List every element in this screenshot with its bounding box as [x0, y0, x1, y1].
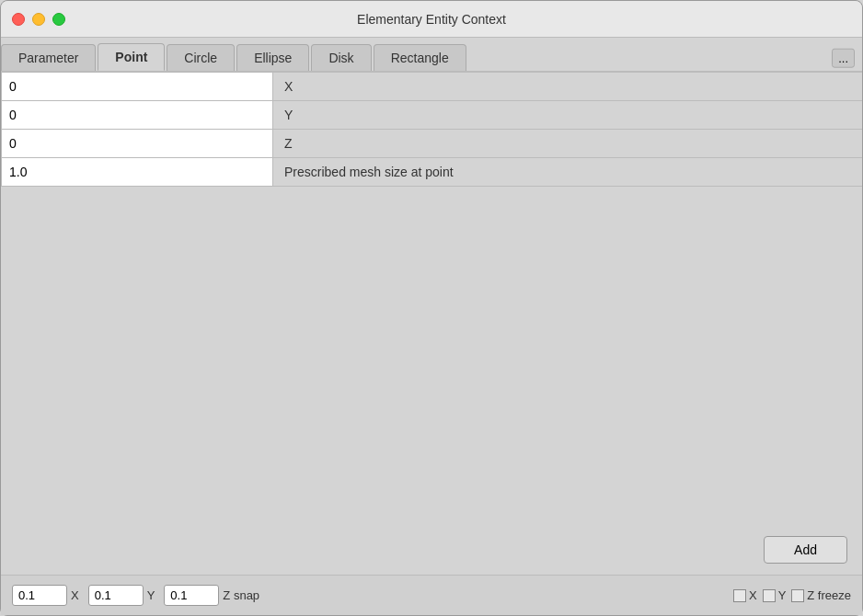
z-freeze-checkbox[interactable] — [791, 589, 804, 602]
main-content: X Y Z — [1, 72, 862, 575]
x-snap-label: X — [71, 588, 79, 602]
add-button[interactable]: Add — [764, 536, 847, 564]
y-freeze-label: Y — [778, 588, 787, 602]
z-snap-group: Z snap — [164, 585, 263, 606]
form-area: X Y Z — [1, 72, 862, 575]
add-button-row: Add — [1, 525, 862, 575]
minimize-button[interactable] — [32, 13, 45, 26]
x-label: X — [273, 73, 863, 101]
tab-disk[interactable]: Disk — [311, 44, 371, 71]
tabs-bar: Parameter Point Circle Ellipse Disk Rect… — [1, 38, 862, 72]
x-input[interactable] — [2, 73, 272, 100]
z-snap-label: Z snap — [223, 588, 259, 602]
z-input[interactable] — [2, 130, 272, 157]
tab-circle[interactable]: Circle — [167, 44, 235, 71]
y-snap-group: Y — [88, 585, 159, 606]
maximize-button[interactable] — [52, 13, 65, 26]
freeze-section: X Y Z freeze — [733, 588, 851, 602]
tab-rectangle[interactable]: Rectangle — [374, 44, 466, 71]
y-input-cell — [2, 101, 273, 130]
table-row: Y — [2, 101, 863, 130]
spacer — [1, 187, 862, 525]
main-window: Elementary Entity Context Parameter Poin… — [0, 0, 863, 616]
form-table: X Y Z — [1, 72, 862, 187]
tab-overflow-button[interactable]: ... — [832, 49, 855, 68]
tab-ellipse[interactable]: Ellipse — [236, 44, 309, 71]
table-row: Z — [2, 130, 863, 158]
bottom-bar: X Y Z snap X Y Z freeze — [1, 575, 862, 615]
x-snap-group: X — [12, 585, 83, 606]
table-row: X — [2, 73, 863, 101]
tab-point[interactable]: Point — [98, 43, 165, 71]
y-label: Y — [273, 101, 863, 130]
y-input[interactable] — [2, 101, 272, 129]
mesh-label: Prescribed mesh size at point — [273, 158, 863, 187]
title-bar: Elementary Entity Context — [1, 1, 862, 38]
z-label: Z — [273, 130, 863, 158]
y-freeze-checkbox[interactable] — [763, 589, 776, 602]
window-controls — [12, 13, 65, 26]
z-input-cell — [2, 130, 273, 158]
y-snap-label: Y — [147, 588, 155, 602]
z-freeze-item: Z freeze — [791, 588, 851, 602]
tab-parameter[interactable]: Parameter — [1, 44, 96, 71]
z-freeze-label: Z freeze — [807, 588, 851, 602]
y-freeze-item: Y — [763, 588, 787, 602]
mesh-size-input[interactable] — [2, 158, 272, 186]
y-snap-input[interactable] — [88, 585, 144, 606]
mesh-input-cell — [2, 158, 273, 187]
close-button[interactable] — [12, 13, 25, 26]
window-title: Elementary Entity Context — [357, 12, 506, 27]
x-freeze-item: X — [733, 588, 757, 602]
z-snap-input[interactable] — [164, 585, 219, 606]
x-input-cell — [2, 73, 273, 101]
x-snap-input[interactable] — [12, 585, 67, 606]
x-freeze-label: X — [749, 588, 757, 602]
x-freeze-checkbox[interactable] — [733, 589, 746, 602]
table-row: Prescribed mesh size at point — [2, 158, 863, 187]
